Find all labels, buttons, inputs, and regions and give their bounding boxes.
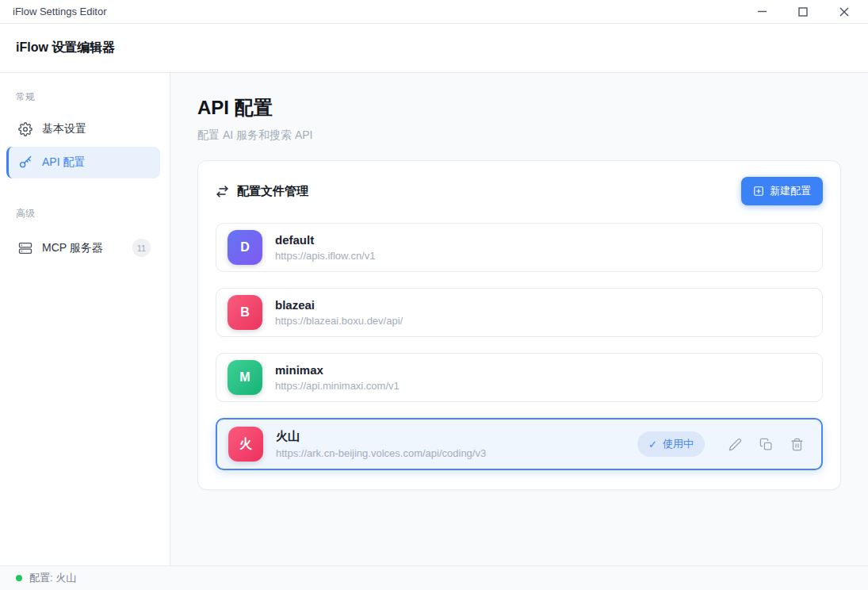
avatar: B xyxy=(228,295,262,330)
close-icon xyxy=(839,7,849,17)
app-header: iFlow 设置编辑器 xyxy=(0,24,868,73)
sidebar-spacer xyxy=(0,180,170,197)
sidebar-section-general: 常规 xyxy=(0,81,170,112)
card-title-label: 配置文件管理 xyxy=(237,184,308,199)
profile-manager-card: 配置文件管理 新建配置 D default https://apis.iflow… xyxy=(197,160,841,490)
sidebar-item-label: API 配置 xyxy=(42,155,151,170)
gear-icon xyxy=(18,122,33,136)
profile-row-default[interactable]: D default https://apis.iflow.cn/v1 xyxy=(216,223,823,272)
maximize-icon xyxy=(798,7,808,17)
swap-arrows-icon xyxy=(216,185,229,198)
new-config-button-label: 新建配置 xyxy=(770,184,811,198)
minimize-button[interactable] xyxy=(741,0,782,23)
profile-name: blazeai xyxy=(275,298,811,312)
in-use-badge: ✓ 使用中 xyxy=(637,431,705,457)
minimize-icon xyxy=(757,6,767,17)
status-dot-icon xyxy=(16,575,22,581)
sidebar-item-api-config[interactable]: API 配置 xyxy=(6,147,160,178)
profile-info: minimax https://api.minimaxi.com/v1 xyxy=(275,363,811,392)
check-icon: ✓ xyxy=(648,439,657,450)
profile-url: https://apis.iflow.cn/v1 xyxy=(275,250,811,262)
row-actions xyxy=(728,438,804,451)
app-window: iFlow Settings Editor iFlow 设置编辑器 常规 xyxy=(0,0,868,590)
delete-button[interactable] xyxy=(790,438,804,451)
profile-info: blazeai https://blazeai.boxu.dev/api/ xyxy=(275,298,811,327)
app-title: iFlow 设置编辑器 xyxy=(16,40,115,56)
page-subtitle: 配置 AI 服务和搜索 API xyxy=(197,128,841,143)
close-button[interactable] xyxy=(824,0,865,23)
window-title: iFlow Settings Editor xyxy=(0,6,741,17)
in-use-badge-label: 使用中 xyxy=(663,437,694,451)
copy-button[interactable] xyxy=(759,438,773,451)
pencil-icon xyxy=(728,438,742,451)
trash-icon xyxy=(790,438,804,451)
maximize-button[interactable] xyxy=(782,0,824,23)
profile-info: default https://apis.iflow.cn/v1 xyxy=(275,233,811,262)
plus-square-icon xyxy=(753,186,764,197)
profile-list: D default https://apis.iflow.cn/v1 B bla… xyxy=(216,223,823,470)
avatar: M xyxy=(228,360,262,395)
sidebar-item-label: 基本设置 xyxy=(42,122,151,136)
sidebar-item-mcp-servers[interactable]: MCP 服务器 11 xyxy=(6,230,160,266)
key-icon xyxy=(18,155,33,170)
profile-url: https://blazeai.boxu.dev/api/ xyxy=(275,315,811,327)
profile-url: https://ark.cn-beijing.volces.com/api/co… xyxy=(276,447,625,459)
copy-icon xyxy=(759,438,773,451)
mcp-count-badge: 11 xyxy=(132,239,151,257)
sidebar-section-advanced: 高级 xyxy=(0,197,170,228)
page-title: API 配置 xyxy=(197,95,841,121)
card-header: 配置文件管理 新建配置 xyxy=(216,177,823,205)
titlebar: iFlow Settings Editor xyxy=(0,0,868,24)
profile-row-minimax[interactable]: M minimax https://api.minimaxi.com/v1 xyxy=(216,353,823,402)
status-text: 配置: 火山 xyxy=(29,571,76,585)
body: 常规 基本设置 API 配置 高级 MCP 服务器 11 xyxy=(0,73,868,565)
profile-name: default xyxy=(275,233,811,247)
sidebar: 常规 基本设置 API 配置 高级 MCP 服务器 11 xyxy=(0,73,170,565)
profile-row-blazeai[interactable]: B blazeai https://blazeai.boxu.dev/api/ xyxy=(216,288,823,337)
server-icon xyxy=(18,241,33,255)
statusbar: 配置: 火山 xyxy=(0,565,868,590)
avatar: 火 xyxy=(228,427,263,462)
card-title: 配置文件管理 xyxy=(216,184,308,199)
edit-button[interactable] xyxy=(728,438,742,451)
avatar: D xyxy=(228,230,262,265)
profile-name: 火山 xyxy=(276,429,625,444)
sidebar-item-basic-settings[interactable]: 基本设置 xyxy=(6,113,160,145)
profile-row-huoshan[interactable]: 火 火山 https://ark.cn-beijing.volces.com/a… xyxy=(216,418,823,470)
profile-url: https://api.minimaxi.com/v1 xyxy=(275,380,811,392)
profile-info: 火山 https://ark.cn-beijing.volces.com/api… xyxy=(276,429,625,459)
window-controls xyxy=(741,0,868,23)
profile-name: minimax xyxy=(275,363,811,377)
sidebar-item-label: MCP 服务器 xyxy=(42,241,123,255)
new-config-button[interactable]: 新建配置 xyxy=(741,177,823,205)
main-content: API 配置 配置 AI 服务和搜索 API 配置文件管理 新建配置 xyxy=(170,73,868,565)
